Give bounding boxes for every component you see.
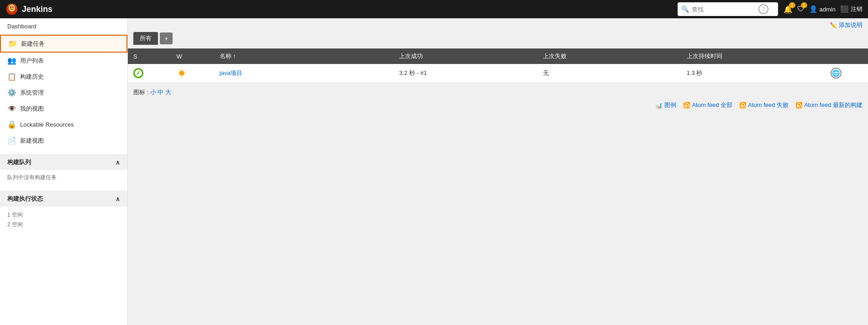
- col-header-last-failure: 上次失败: [537, 48, 681, 64]
- notification-badge: 1: [789, 2, 795, 8]
- logout-label: 注销: [851, 5, 863, 13]
- icon-size-label: 图标: [133, 89, 145, 96]
- search-box: 🔍 ?: [678, 2, 778, 16]
- table-header-row: S W 名称 ↑ 上次成功 上次失败 上次持续时间: [128, 48, 868, 64]
- breadcrumb: Dashboard: [0, 18, 127, 35]
- svg-point-5: [179, 71, 184, 75]
- build-executor-1-label: 1 空闲: [7, 212, 23, 218]
- main-topbar: ✏️ 添加说明: [128, 18, 868, 32]
- tab-all[interactable]: 所有: [133, 32, 158, 45]
- col-header-last-duration: 上次持续时间: [681, 48, 825, 64]
- col-header-s: S: [128, 48, 171, 64]
- layout: Dashboard 📁 新建任务 👥 用户列表 📋 构建历史 ⚙️ 系统管理 👁…: [0, 18, 868, 325]
- atom-feed-latest-label: Atom feed 最新的构建: [804, 101, 863, 109]
- edit-icon: ✏️: [830, 22, 837, 29]
- jobs-table: S W 名称 ↑ 上次成功 上次失败 上次持续时间: [128, 48, 868, 83]
- atom-feed-all-label: Atom feed 全部: [692, 101, 732, 109]
- tab-all-label: 所有: [140, 35, 152, 42]
- sidebar-item-label-new-view: 新建视图: [20, 137, 44, 145]
- icon-size-bar: 图标 : 小 中 大: [128, 86, 868, 98]
- search-icon: 🔍: [681, 5, 689, 13]
- logout-button[interactable]: ⬛ 注销: [840, 5, 863, 13]
- build-executor-1: 1 空闲: [7, 210, 120, 220]
- eye-icon: 👁️: [7, 104, 16, 113]
- build-status-header[interactable]: 构建执行状态 ∧: [0, 191, 127, 207]
- rss-icon-all: [684, 102, 690, 108]
- build-queue-content: 队列中没有构建任务: [0, 170, 127, 185]
- sidebar-item-my-views[interactable]: 👁️ 我的视图: [0, 101, 127, 117]
- build-status-section: 构建执行状态 ∧ 1 空闲 2 空闲: [0, 191, 127, 233]
- app-title: Jenkins: [22, 5, 53, 14]
- table-row: java项目 3.2 秒 - #1 无 1.3 秒 🌐: [128, 64, 868, 83]
- sidebar-item-label-user-list: 用户列表: [20, 57, 44, 65]
- rss-icon-latest: [796, 102, 802, 108]
- job-link[interactable]: java项目: [220, 69, 242, 76]
- sidebar: Dashboard 📁 新建任务 👥 用户列表 📋 构建历史 ⚙️ 系统管理 👁…: [0, 18, 128, 325]
- build-status-chevron-icon: ∧: [116, 196, 120, 202]
- job-action-cell: 🌐: [825, 64, 868, 83]
- build-status-title: 构建执行状态: [7, 195, 43, 203]
- col-header-actions: [825, 48, 868, 64]
- legend-link[interactable]: 📊 图例: [655, 101, 676, 109]
- job-last-success-cell: 3.2 秒 - #1: [394, 64, 537, 83]
- job-name-cell: java项目: [214, 64, 394, 83]
- username-label: admin: [820, 6, 836, 13]
- build-queue-header[interactable]: 构建队列 ∧: [0, 155, 127, 170]
- svg-point-12: [797, 106, 799, 107]
- sidebar-item-new-task[interactable]: 📁 新建任务: [0, 35, 127, 53]
- col-header-last-success: 上次成功: [394, 48, 537, 64]
- sidebar-item-label-system-admin: 系统管理: [20, 89, 44, 97]
- rss-icon-fail: [740, 102, 746, 108]
- sidebar-item-user-list[interactable]: 👥 用户列表: [0, 53, 127, 69]
- job-status-cell: [128, 64, 171, 83]
- weather-sunny-icon: [176, 68, 187, 79]
- build-queue-section: 构建队列 ∧ 队列中没有构建任务: [0, 154, 127, 185]
- sidebar-item-lockable-resources[interactable]: 🔒 Lockable Resources: [0, 117, 127, 133]
- notification-bell[interactable]: 🔔 1: [784, 5, 793, 14]
- topnav-icons: 🔔 1 🛡 1 👤 admin ⬛ 注销: [784, 5, 863, 14]
- tab-add-button[interactable]: +: [160, 32, 173, 44]
- footer-links: 📊 图例 Atom feed 全部 Atom: [128, 98, 868, 112]
- alert-icon-container[interactable]: 🛡 1: [797, 5, 805, 13]
- top-navbar: Jenkins 🔍 ? 🔔 1 🛡 1 👤 admin ⬛ 注销: [0, 0, 868, 18]
- tabs-bar: 所有 +: [128, 32, 868, 45]
- atom-feed-latest-link[interactable]: Atom feed 最新的构建: [796, 101, 863, 109]
- build-status-content: 1 空闲 2 空闲: [0, 207, 127, 233]
- add-description-link[interactable]: ✏️ 添加说明: [830, 21, 863, 29]
- icon-size-medium-link[interactable]: 中: [158, 89, 163, 96]
- icon-size-large-link[interactable]: 大: [165, 89, 171, 96]
- legend-label: 图例: [664, 101, 676, 109]
- users-icon: 👥: [7, 56, 16, 65]
- sidebar-nav: 📁 新建任务 👥 用户列表 📋 构建历史 ⚙️ 系统管理 👁️ 我的视图 🔒: [0, 35, 127, 149]
- alert-badge: 1: [801, 2, 807, 8]
- sidebar-item-new-view[interactable]: 📄 新建视图: [0, 133, 127, 149]
- col-header-name[interactable]: 名称 ↑: [214, 48, 394, 64]
- svg-point-10: [741, 106, 742, 107]
- build-queue-title: 构建队列: [7, 158, 31, 166]
- search-help-button[interactable]: ?: [758, 4, 768, 14]
- status-success-icon: [133, 68, 143, 78]
- atom-feed-all-link[interactable]: Atom feed 全部: [684, 101, 732, 109]
- folder-new-icon: 📁: [8, 39, 17, 48]
- job-last-failure-cell: 无: [537, 64, 681, 83]
- svg-point-3: [10, 6, 11, 8]
- user-icon: 👤: [809, 5, 818, 13]
- job-action-globe-icon[interactable]: 🌐: [831, 68, 842, 79]
- sidebar-item-system-admin[interactable]: ⚙️ 系统管理: [0, 85, 127, 101]
- atom-feed-fail-link[interactable]: Atom feed 失败: [740, 101, 789, 109]
- user-menu[interactable]: 👤 admin: [809, 5, 836, 13]
- build-executor-2-label: 2 空闲: [7, 221, 23, 228]
- logout-icon: ⬛: [840, 5, 849, 13]
- view-icon: 📄: [7, 136, 16, 145]
- icon-size-small-link[interactable]: 小: [150, 89, 156, 96]
- sidebar-item-label-my-views: 我的视图: [20, 105, 44, 113]
- search-input[interactable]: [692, 6, 756, 13]
- lock-icon: 🔒: [7, 120, 16, 129]
- sidebar-item-build-history[interactable]: 📋 构建历史: [0, 69, 127, 85]
- build-queue-empty-label: 队列中没有构建任务: [7, 174, 57, 181]
- history-icon: 📋: [7, 72, 16, 81]
- sidebar-item-label-new-task: 新建任务: [21, 40, 45, 48]
- job-weather-cell: [171, 64, 214, 83]
- build-executor-2: 2 空闲: [7, 220, 120, 229]
- jenkins-logo-icon: [5, 3, 18, 16]
